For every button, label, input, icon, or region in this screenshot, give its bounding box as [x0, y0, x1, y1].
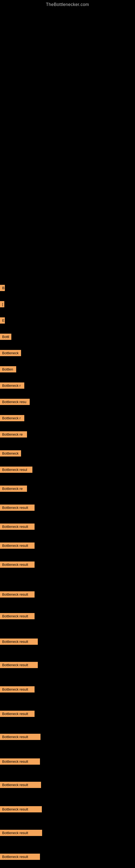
bottleneck-result-item: Bottleneck result [0, 734, 41, 740]
bottleneck-result-item: Bottleneck resu [0, 399, 30, 405]
bottleneck-result-item: Bottleneck result [0, 639, 38, 645]
bottleneck-result-item: Bottlen [0, 366, 16, 372]
bottleneck-result-item: Bottleneck result [0, 806, 42, 812]
bottleneck-result-item: Bottleneck result [0, 613, 35, 619]
bottleneck-result-item: Bottleneck [0, 450, 21, 457]
bottleneck-result-item: B [0, 285, 5, 291]
bottleneck-result-item: Bottleneck result [0, 830, 42, 836]
bottleneck-result-item: Bottleneck result [0, 854, 40, 860]
bottleneck-result-item: Bottleneck result [0, 561, 35, 568]
bottleneck-result-item: Bottleneck resul [0, 467, 32, 473]
bottleneck-result-item: Bottleneck result [0, 524, 35, 530]
bottleneck-result-item: Bottleneck result [0, 758, 40, 765]
bottleneck-result-item: Bottleneck r [0, 382, 24, 389]
bottleneck-result-item: E [0, 317, 5, 323]
bottleneck-result-item: [ [0, 301, 4, 307]
bottleneck-result-item: Bottleneck result [0, 662, 38, 668]
bottleneck-result-item: Bottleneck result [0, 542, 35, 549]
bottleneck-result-item: Bottleneck result [0, 504, 35, 511]
bottleneck-result-item: Bottleneck result [0, 686, 35, 692]
bottleneck-result-item: Bottleneck result [0, 711, 35, 717]
bottleneck-result-item: Bottleneck re [0, 486, 27, 492]
site-title: TheBottlenecker.com [0, 0, 135, 7]
bottleneck-result-item: Bottl [0, 334, 11, 340]
bottleneck-result-item: Bottleneck result [0, 782, 41, 788]
bottleneck-result-item: Bottleneck result [0, 591, 35, 597]
bottleneck-result-item: Bottleneck re [0, 431, 27, 437]
bottleneck-result-item: Bottleneck [0, 350, 21, 356]
bottleneck-result-item: Bottleneck r [0, 415, 24, 421]
